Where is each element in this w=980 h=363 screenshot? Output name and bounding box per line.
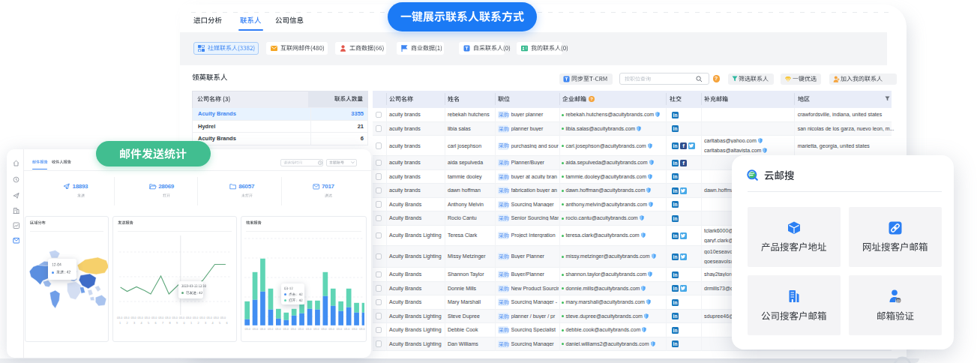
svg-text:@: @: [896, 298, 901, 303]
